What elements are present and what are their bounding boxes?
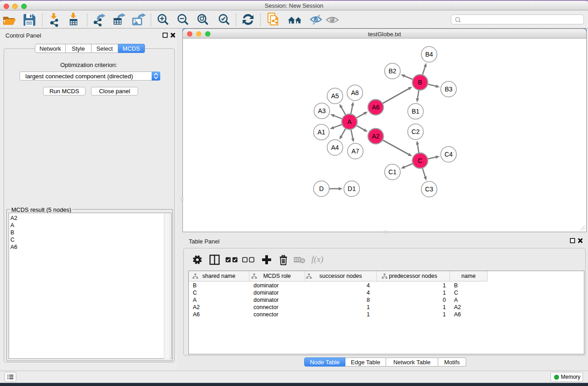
svg-text:B4: B4 (425, 51, 433, 58)
svg-text:B: B (418, 79, 422, 86)
svg-text:C4: C4 (445, 151, 453, 158)
svg-text:C3: C3 (425, 186, 433, 193)
svg-text:A: A (347, 118, 352, 125)
svg-text:B3: B3 (445, 86, 452, 93)
svg-text:A7: A7 (351, 148, 359, 155)
svg-text:A2: A2 (372, 133, 379, 140)
svg-text:C1: C1 (388, 168, 397, 176)
svg-text:A6: A6 (372, 104, 379, 111)
svg-text:D: D (319, 185, 324, 192)
svg-text:B1: B1 (411, 108, 419, 115)
svg-text:B2: B2 (388, 67, 396, 75)
svg-text:C: C (418, 157, 422, 164)
svg-text:A3: A3 (318, 107, 325, 114)
svg-text:A4: A4 (331, 144, 339, 151)
svg-text:A5: A5 (331, 92, 339, 100)
svg-text:A8: A8 (351, 89, 359, 96)
svg-text:A1: A1 (317, 129, 325, 136)
svg-text:C2: C2 (411, 128, 420, 135)
svg-text:D1: D1 (348, 185, 356, 192)
